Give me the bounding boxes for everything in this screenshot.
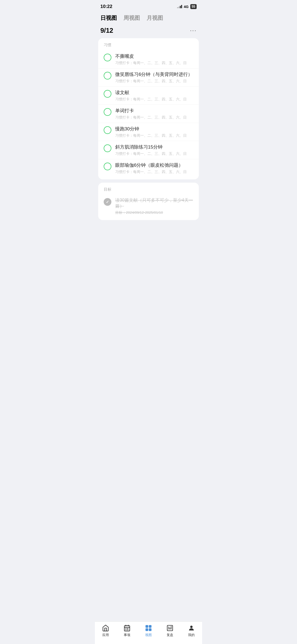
habit-name-2: 读文献 [115, 89, 187, 96]
status-time: 10:22 [100, 4, 112, 9]
signal-icon [177, 5, 182, 8]
habit-text-6: 眼部瑜伽6分钟（眼皮松弛问题） 习惯打卡：每周一、二、三、四、五、六、日 [115, 162, 187, 174]
goals-section-label: 目标 [98, 187, 199, 195]
habit-text-2: 读文献 习惯打卡：每周一、二、三、四、五、六、日 [115, 89, 187, 102]
habit-check-4[interactable] [104, 126, 111, 134]
habit-sub-3: 习惯打卡：每周一、二、三、四、五、六、日 [115, 115, 187, 120]
habit-check-6[interactable] [104, 163, 111, 170]
tab-month[interactable]: 月视图 [147, 14, 163, 22]
habit-text-1: 微笑唇练习6分钟（与美背同时进行） 习惯打卡：每周一、二、三、四、五、六、日 [115, 71, 193, 84]
status-right: 4G 55 [177, 4, 197, 9]
battery-level: 55 [192, 5, 195, 9]
content-area: 习惯 不撕嘴皮 习惯打卡：每周一、二、三、四、五、六、日 微笑唇练习6分钟（与美… [95, 38, 202, 278]
habit-check-1[interactable] [104, 72, 111, 80]
habit-item: 微笑唇练习6分钟（与美背同时进行） 习惯打卡：每周一、二、三、四、五、六、日 [98, 68, 199, 86]
habits-card: 习惯 不撕嘴皮 习惯打卡：每周一、二、三、四、五、六、日 微笑唇练习6分钟（与美… [98, 38, 199, 179]
habit-check-5[interactable] [104, 144, 111, 152]
goal-sub-0: 目标：2024/09/12-2025/01/10 [115, 210, 193, 215]
habit-item: 不撕嘴皮 习惯打卡：每周一、二、三、四、五、六、日 [98, 50, 199, 68]
habits-section-label: 习惯 [98, 43, 199, 50]
habit-check-3[interactable] [104, 108, 111, 116]
habit-sub-0: 习惯打卡：每周一、二、三、四、五、六、日 [115, 61, 187, 65]
habit-name-5: 斜方肌消除练习15分钟 [115, 144, 187, 150]
habit-name-4: 慢跑30分钟 [115, 126, 187, 132]
tab-week[interactable]: 周视图 [123, 14, 140, 22]
more-button[interactable]: ··· [190, 27, 197, 34]
habit-text-4: 慢跑30分钟 习惯打卡：每周一、二、三、四、五、六、日 [115, 126, 187, 138]
goal-text-0: 读30篇文献（只可多不可少，至少4天一篇） 目标：2024/09/12-2025… [115, 198, 193, 215]
habit-check-2[interactable] [104, 90, 111, 98]
habit-check-0[interactable] [104, 54, 111, 61]
goal-item-0: ✓ 读30篇文献（只可多不可少，至少4天一篇） 目标：2024/09/12-20… [98, 195, 199, 218]
habit-text-3: 单词打卡 习惯打卡：每周一、二、三、四、五、六、日 [115, 108, 187, 120]
date-title: 9/12 [100, 27, 113, 34]
habit-item: 读文献 习惯打卡：每周一、二、三、四、五、六、日 [98, 86, 199, 105]
habit-sub-6: 习惯打卡：每周一、二、三、四、五、六、日 [115, 169, 187, 174]
checkmark-icon: ✓ [106, 200, 109, 204]
habit-text-0: 不撕嘴皮 习惯打卡：每周一、二、三、四、五、六、日 [115, 53, 187, 65]
goals-card: 目标 ✓ 读30篇文献（只可多不可少，至少4天一篇） 目标：2024/09/12… [98, 183, 199, 220]
habit-text-5: 斜方肌消除练习15分钟 习惯打卡：每周一、二、三、四、五、六、日 [115, 144, 187, 156]
network-label: 4G [184, 5, 188, 9]
habit-name-6: 眼部瑜伽6分钟（眼皮松弛问题） [115, 162, 187, 168]
status-bar: 10:22 4G 55 [95, 0, 202, 12]
habit-sub-4: 习惯打卡：每周一、二、三、四、五、六、日 [115, 133, 187, 138]
goal-name-0: 读30篇文献（只可多不可少，至少4天一篇） [115, 198, 193, 209]
goal-check-0[interactable]: ✓ [104, 198, 111, 206]
habit-name-0: 不撕嘴皮 [115, 53, 187, 59]
date-header: 9/12 ··· [95, 26, 202, 38]
habit-item: 眼部瑜伽6分钟（眼皮松弛问题） 习惯打卡：每周一、二、三、四、五、六、日 [98, 159, 199, 177]
habit-item: 斜方肌消除练习15分钟 习惯打卡：每周一、二、三、四、五、六、日 [98, 141, 199, 159]
habit-item: 慢跑30分钟 习惯打卡：每周一、二、三、四、五、六、日 [98, 123, 199, 141]
tab-day[interactable]: 日视图 [100, 14, 117, 22]
view-tabs: 日视图 周视图 月视图 [95, 12, 202, 26]
habit-sub-5: 习惯打卡：每周一、二、三、四、五、六、日 [115, 151, 187, 156]
habit-sub-2: 习惯打卡：每周一、二、三、四、五、六、日 [115, 97, 187, 102]
habit-item: 单词打卡 习惯打卡：每周一、二、三、四、五、六、日 [98, 105, 199, 123]
habit-name-3: 单词打卡 [115, 108, 187, 114]
battery-indicator: 55 [190, 4, 197, 9]
habit-name-1: 微笑唇练习6分钟（与美背同时进行） [115, 71, 193, 78]
habit-sub-1: 习惯打卡：每周一、二、三、四、五、六、日 [115, 79, 193, 84]
